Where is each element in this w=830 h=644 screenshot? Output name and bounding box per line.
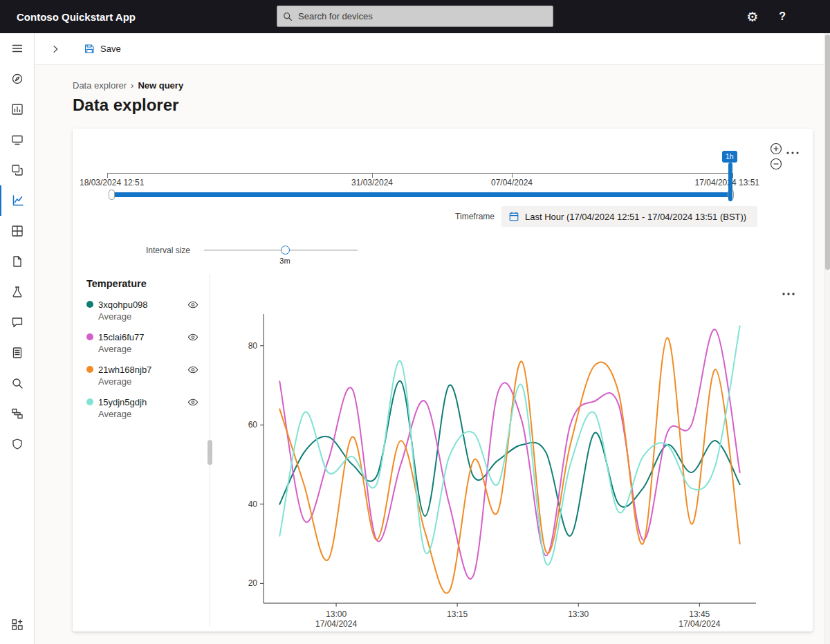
legend-item: 3xqohpu098Average	[86, 297, 207, 325]
left-nav-rail	[0, 33, 35, 644]
date-axis-tick	[107, 173, 108, 178]
series-color-dot	[86, 333, 93, 340]
rules-icon	[10, 285, 24, 299]
series-color-dot	[86, 398, 93, 405]
expand-nav-button[interactable]	[45, 39, 66, 59]
breadcrumb-root[interactable]: Data explorer	[73, 80, 127, 91]
overview-icon	[10, 72, 24, 86]
legend-item: 15clai6fu77Average	[86, 330, 207, 358]
dashboards-icon	[10, 102, 24, 116]
date-axis	[107, 173, 733, 174]
series-name: 15clai6fu77	[98, 332, 145, 342]
x-tick-sublabel: 17/04/2024	[679, 619, 720, 629]
app-settings-icon	[10, 618, 24, 632]
series-line-21wh168njb7	[279, 338, 739, 593]
x-tick-label: 13:15	[447, 609, 468, 619]
legend-scrollbar-thumb[interactable]	[208, 440, 212, 465]
interval-size-label: Interval size	[73, 246, 190, 255]
zoom-out-button[interactable]	[770, 158, 782, 170]
series-aggregation: Average	[86, 409, 207, 423]
sidebar-item-security[interactable]	[0, 429, 35, 459]
app-title: Contoso Quickstart App	[0, 11, 136, 23]
chevron-right-icon	[50, 44, 61, 55]
top-app-bar: Contoso Quickstart App ⚙ ?	[0, 0, 830, 33]
sidebar-item-devices[interactable]	[0, 125, 35, 155]
line-chart[interactable]: 2040608013:0017/04/202413:1513:3013:4517…	[243, 306, 763, 631]
sidebar-item-entities[interactable]	[0, 216, 35, 246]
date-axis-end-label: 17/04/2024 13:51	[690, 178, 759, 187]
chart-more-options-button[interactable]	[781, 286, 796, 293]
timeframe-picker-button[interactable]: Last Hour (17/04/2024 12:51 - 17/04/2024…	[501, 206, 757, 227]
series-aggregation: Average	[86, 344, 207, 358]
data-explorer-icon	[11, 194, 25, 208]
page-scrollbar	[824, 33, 830, 644]
devices-icon	[10, 133, 24, 147]
date-axis-tick	[372, 173, 373, 178]
minus-circle-icon	[770, 158, 782, 170]
save-icon	[84, 43, 95, 55]
data-explorer-query-card: 18/03/2024 12:51 31/03/2024 07/04/2024 1…	[73, 129, 813, 632]
timeframe-value: Last Hour (17/04/2024 12:51 - 17/04/2024…	[525, 212, 746, 222]
date-axis-mid-label: 07/04/2024	[484, 178, 540, 187]
device-search-box[interactable]	[277, 6, 553, 27]
series-visibility-eye-icon[interactable]	[187, 397, 199, 410]
jobs-icon	[10, 255, 24, 268]
timeline-more-options-button[interactable]	[786, 145, 800, 152]
range-duration-badge[interactable]: 1h	[722, 151, 737, 163]
series-color-dot	[86, 366, 93, 373]
date-axis-tick	[732, 173, 733, 178]
save-button[interactable]: Save	[78, 40, 127, 57]
deployments-icon	[10, 315, 24, 329]
breadcrumb-separator: ›	[131, 80, 133, 91]
y-tick-label: 40	[248, 499, 258, 509]
timeframe-label: Timeframe	[455, 212, 495, 221]
search-input[interactable]	[297, 10, 547, 22]
time-range-slider[interactable]	[113, 192, 732, 197]
interval-slider-handle[interactable]	[281, 246, 290, 255]
series-visibility-eye-icon[interactable]	[187, 332, 199, 344]
page-title: Data explorer	[73, 95, 824, 115]
sidebar-item-audit-logs[interactable]	[0, 338, 35, 368]
legend-item: 15ydjn5gdjhAverage	[86, 395, 207, 423]
date-axis-start-label: 18/03/2024 12:51	[80, 178, 144, 187]
date-axis-tick	[512, 173, 513, 178]
sidebar-item-rules[interactable]	[0, 277, 35, 307]
page-scrollbar-thumb[interactable]	[825, 35, 830, 270]
sidebar-item-menu[interactable]	[0, 33, 35, 64]
sidebar-item-overview[interactable]	[0, 64, 35, 94]
sidebar-item-app-settings[interactable]	[0, 609, 35, 640]
sidebar-item-device-groups[interactable]	[0, 155, 35, 185]
date-axis-mid-label: 31/03/2024	[344, 178, 400, 187]
audit-logs-icon	[10, 346, 24, 360]
sidebar-item-deployments[interactable]	[0, 307, 35, 338]
topbar-actions: ⚙ ?	[746, 0, 786, 33]
range-marker-handle[interactable]	[728, 163, 732, 201]
timeframe-row: Timeframe Last Hour (17/04/2024 12:51 - …	[73, 206, 757, 227]
series-line-3xqohpu098	[279, 381, 739, 536]
series-visibility-eye-icon[interactable]	[187, 300, 199, 312]
help-icon[interactable]: ?	[779, 11, 786, 22]
y-tick-label: 80	[248, 341, 258, 351]
sidebar-item-jobs[interactable]	[0, 246, 35, 277]
sidebar-item-edge[interactable]	[0, 398, 35, 429]
main-content: Save Data explorer › New query Data expl…	[35, 33, 824, 644]
zoom-in-button[interactable]	[770, 142, 782, 155]
ellipsis-icon	[786, 151, 800, 155]
x-tick-sublabel: 17/04/2024	[315, 619, 357, 629]
series-aggregation: Average	[86, 376, 207, 390]
range-handle-left[interactable]	[109, 190, 115, 200]
sidebar-item-data-explorer[interactable]	[0, 185, 35, 216]
series-line-15clai6fu77	[279, 329, 739, 579]
legend-title: Temperature	[86, 278, 207, 289]
sidebar-item-diagnostics[interactable]	[0, 368, 35, 398]
plus-circle-icon	[770, 142, 782, 155]
series-visibility-eye-icon[interactable]	[187, 365, 199, 377]
sidebar-item-dashboards[interactable]	[0, 94, 35, 125]
security-icon	[10, 437, 24, 451]
settings-gear-icon[interactable]: ⚙	[746, 10, 758, 24]
edge-icon	[10, 407, 24, 421]
save-label: Save	[100, 44, 121, 54]
series-name: 3xqohpu098	[98, 300, 148, 310]
calendar-icon	[508, 211, 519, 222]
x-tick-label: 13:45	[689, 609, 710, 619]
